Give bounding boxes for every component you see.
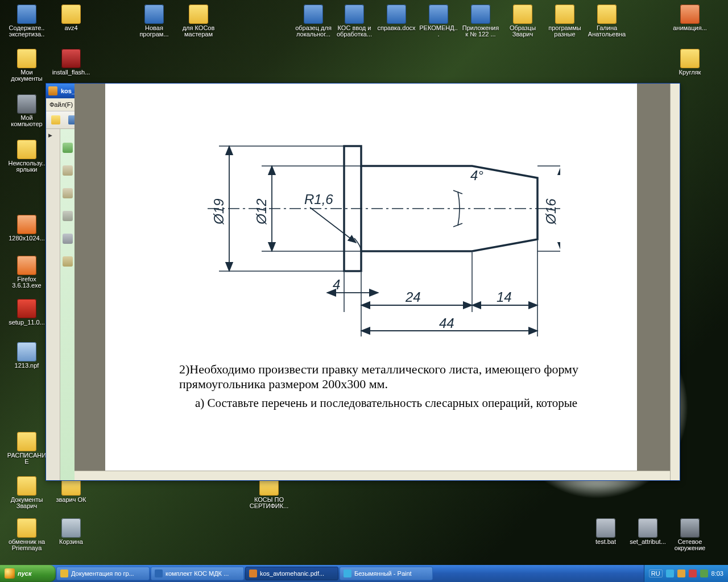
icon-label: avz4: [51, 25, 91, 31]
desktop-icon-ppt-anim[interactable]: анимация...: [670, 5, 710, 31]
desktop-icon-bin[interactable]: Корзина: [51, 518, 91, 545]
desktop-icon-word-kos-vvod[interactable]: КОС ввод и обработка...: [334, 5, 374, 38]
icon-label: install_flash...: [51, 69, 91, 76]
word-icon: [429, 5, 448, 24]
taskbar-task4[interactable]: Безымянный - Paint: [340, 567, 433, 580]
folder-icon: [17, 432, 36, 451]
word-icon: [304, 5, 323, 24]
icon-label: Мой компьютер: [7, 115, 47, 127]
document-viewport[interactable]: Ø19 Ø12 Ø16 R1,6 4° 4 24 14 44: [75, 84, 670, 471]
tray-kaspersky-icon[interactable]: [689, 569, 697, 577]
desktop-icon-mydocs[interactable]: Мои документы: [7, 49, 47, 82]
icon-label: Кругляк: [670, 69, 710, 76]
desktop-icon-word-rekomend[interactable]: РЕКОМЕНД...: [419, 5, 458, 38]
task-label: kos_avtomehanic.pdf...: [260, 570, 324, 577]
desktop-icon-word-newprog[interactable]: Новая програм...: [134, 5, 174, 38]
desktop-icon-res1280[interactable]: 728x582...: [7, 215, 47, 242]
desktop-icon-kosy[interactable]: КОСЫ ПО СЕРТИФИК...: [249, 476, 289, 509]
client-area: ▶: [46, 129, 680, 480]
taskbar-task3[interactable]: kos_avtomehanic.pdf...: [245, 567, 338, 580]
icon-label: Сетевое окружение: [670, 539, 710, 551]
doc-line-a: а) Составьте перечень и последовательнос…: [195, 396, 670, 410]
dim-d12: Ø12: [254, 198, 269, 225]
word-icon: [155, 569, 163, 577]
icon-label: 1213.npf: [7, 363, 47, 369]
start-label: пуск: [18, 570, 32, 577]
desktop-icon-obmen[interactable]: обменник на Priemnaya: [7, 518, 47, 551]
desktop-icon-folder-prog[interactable]: программы разные: [545, 5, 585, 38]
folder-icon: [17, 518, 36, 538]
desktop-icon-flashinst[interactable]: install_flash...: [51, 49, 91, 76]
icon-label: 728x582...: [7, 235, 47, 242]
desktop-icon-word1[interactable]: Содержате.. экспертиза..: [7, 5, 47, 38]
foxit-icon: [249, 569, 257, 577]
desktop-icon-rasp[interactable]: РАСПИСАНИЕ: [7, 432, 47, 465]
bin-icon: [61, 518, 81, 538]
paint-icon: [344, 569, 351, 577]
tray-icon[interactable]: [677, 569, 685, 577]
desktop-icon-setattr[interactable]: set_attribut...: [628, 518, 668, 545]
icon-label: образец для локальног...: [293, 25, 333, 38]
desktop-icon-word-prilozh[interactable]: Приложения к № 122 ...: [461, 5, 500, 38]
desktop-icon-folder-avz4[interactable]: avz4: [51, 5, 91, 31]
icon-label: РАСПИСАНИЕ: [7, 452, 47, 465]
task-label: Безымянный - Paint: [354, 570, 412, 577]
icon-label: зварич ОК: [51, 497, 91, 503]
desktop-icon-npf[interactable]: 1213.npf: [7, 342, 47, 369]
tray-icon[interactable]: [666, 569, 674, 577]
taskbar-task1[interactable]: Документация по гр...: [56, 567, 150, 580]
svg-line-21: [310, 207, 356, 243]
word-icon: [471, 5, 490, 24]
desktop-icon-kruglyak[interactable]: Кругляк: [670, 49, 710, 76]
ff-icon: [17, 256, 36, 275]
desktop-icon-doczvar[interactable]: Документы Зварич: [7, 476, 47, 509]
desktop-icon-netenv[interactable]: Сетевое окружение: [670, 518, 710, 551]
folder-icon: [17, 49, 36, 68]
desktop-icon-mycomp[interactable]: Мой компьютер: [7, 94, 47, 127]
clock[interactable]: 8:03: [712, 570, 723, 577]
icon-label: РЕКОМЕНД...: [419, 25, 458, 38]
icon-label: Содержате.. экспертиза..: [7, 25, 47, 38]
icon-label: Корзина: [51, 539, 91, 545]
folder-icon: [680, 49, 700, 68]
desktop-icon-testbat[interactable]: test.bat: [586, 518, 626, 545]
vertical-scrollbar[interactable]: [670, 84, 680, 480]
icon-label: анимация...: [670, 25, 710, 31]
desktop-icon-setup11[interactable]: setup_11.0...: [7, 299, 47, 326]
icon-label: Неиспользу.. ярлыки: [7, 160, 47, 173]
horizontal-scrollbar[interactable]: [75, 471, 670, 480]
icon-label: для КОСов мастерам: [179, 25, 218, 38]
folder-icon: [17, 476, 36, 496]
system-tray[interactable]: RU 8:03: [644, 565, 728, 582]
folder-icon: [513, 5, 532, 24]
dim-w4: 4: [333, 277, 340, 292]
language-indicator[interactable]: RU: [649, 569, 663, 577]
folder-icon: [61, 5, 81, 24]
word-icon: [17, 5, 36, 24]
desktop-icon-word-obrazec[interactable]: образец для локальног...: [293, 5, 333, 38]
icon-label: test.bat: [586, 539, 626, 545]
dim-w44: 44: [439, 315, 454, 331]
icon-label: set_attribut...: [628, 539, 668, 545]
desktop-icon-folder-kosov[interactable]: для КОСов мастерам: [179, 5, 218, 38]
desktop-icon-folder-galina[interactable]: Галина Анатольевна: [587, 5, 627, 38]
dim-angle: 4°: [470, 168, 483, 183]
icon-label: Новая програм...: [134, 25, 174, 38]
flash-icon: [61, 49, 81, 68]
pdf-page: Ø19 Ø12 Ø16 R1,6 4° 4 24 14 44: [105, 84, 637, 471]
task-label: комплект КОС МДК ...: [166, 570, 229, 577]
dim-d16: Ø16: [543, 198, 559, 225]
desktop-icon-folder-obrazcy[interactable]: Образцы Зварич: [503, 5, 543, 38]
icon-label: КОСЫ ПО СЕРТИФИК...: [249, 497, 289, 509]
ppt-icon: [680, 5, 700, 24]
folder-icon: [555, 5, 574, 24]
tray-icon[interactable]: [700, 569, 708, 577]
icon-label: обменник на Priemnaya: [7, 539, 47, 551]
desktop-icon-unused[interactable]: Неиспользу.. ярлыки: [7, 140, 47, 173]
ff-icon: [17, 215, 36, 234]
taskbar-task2[interactable]: комплект КОС МДК ...: [151, 567, 244, 580]
desktop-icon-ffexe[interactable]: Firefox 3.6.13.exe: [7, 256, 47, 289]
start-button[interactable]: пуск: [0, 565, 56, 582]
desktop-icon-word-spravka[interactable]: справка.docx: [377, 5, 416, 31]
foxit-reader-window: kos_avtomehanic.pdf - Foxit Reader – □ ✕…: [46, 83, 680, 481]
